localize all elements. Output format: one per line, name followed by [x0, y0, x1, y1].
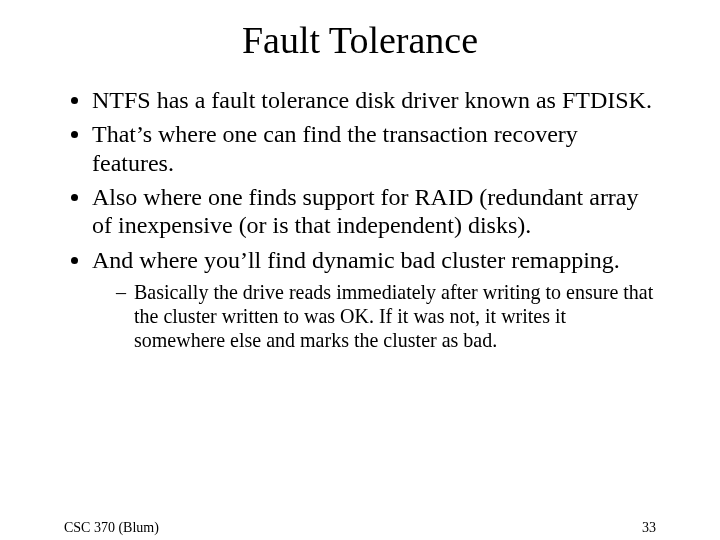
- bullet-list: NTFS has a fault tolerance disk driver k…: [64, 86, 656, 352]
- list-item: Also where one finds support for RAID (r…: [92, 183, 656, 240]
- slide-body: NTFS has a fault tolerance disk driver k…: [0, 86, 720, 352]
- slide-title: Fault Tolerance: [0, 18, 720, 62]
- bullet-text: Basically the drive reads immediately af…: [134, 281, 653, 351]
- list-item: That’s where one can find the transactio…: [92, 120, 656, 177]
- footer-left: CSC 370 (Blum): [64, 520, 159, 536]
- list-item: And where you’ll find dynamic bad cluste…: [92, 246, 656, 352]
- bullet-text: And where you’ll find dynamic bad cluste…: [92, 247, 620, 273]
- list-item: NTFS has a fault tolerance disk driver k…: [92, 86, 656, 114]
- sub-bullet-list: Basically the drive reads immediately af…: [92, 280, 656, 352]
- bullet-text: That’s where one can find the transactio…: [92, 121, 578, 175]
- bullet-text: Also where one finds support for RAID (r…: [92, 184, 639, 238]
- footer-page-number: 33: [642, 520, 656, 536]
- slide: Fault Tolerance NTFS has a fault toleran…: [0, 18, 720, 540]
- slide-footer: CSC 370 (Blum) 33: [64, 520, 656, 536]
- bullet-text: NTFS has a fault tolerance disk driver k…: [92, 87, 652, 113]
- list-item: Basically the drive reads immediately af…: [120, 280, 656, 352]
